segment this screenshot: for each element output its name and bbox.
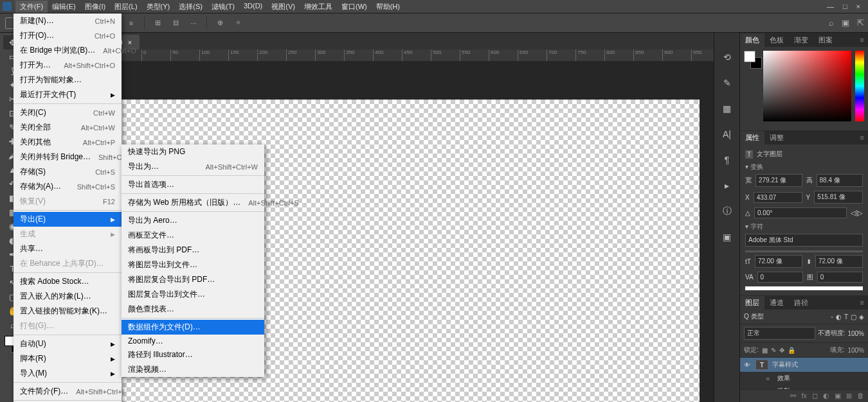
width-field[interactable]: 279.21 像 — [755, 174, 802, 187]
menu-item[interactable]: Zoomify… — [122, 335, 264, 347]
menu-item[interactable]: 打开为…Alt+Shift+Ctrl+O — [14, 58, 122, 73]
distribute-icon[interactable]: ⊞ — [152, 18, 163, 28]
info-panel-icon[interactable]: ⓘ — [721, 205, 734, 218]
menu-item[interactable]: 打开(O)…Ctrl+O — [14, 28, 122, 43]
lock-trans-icon[interactable]: ▦ — [762, 347, 768, 354]
leading-field[interactable]: 72.00 像 — [815, 255, 863, 268]
distribute-icon-2[interactable]: ⊟ — [170, 18, 181, 28]
actions-panel-icon[interactable]: ▸ — [721, 179, 734, 192]
minimize-button[interactable]: — — [827, 3, 834, 10]
menu-item[interactable]: 导出为 Aero… — [122, 213, 264, 228]
menu-item[interactable]: 关闭全部Alt+Ctrl+W — [14, 120, 122, 135]
menu-11[interactable]: 帮助(H) — [372, 1, 404, 13]
blend-mode-field[interactable]: 正常 — [744, 327, 815, 340]
swatches-panel-icon[interactable]: ▦ — [721, 102, 734, 115]
layer-row[interactable]: ○投影 — [740, 385, 868, 389]
font-weight-slider[interactable] — [745, 250, 863, 252]
3d-mode-icon[interactable]: ⊕ — [215, 18, 225, 28]
share-icon[interactable]: ⇱ — [857, 18, 864, 28]
menu-item[interactable]: 颜色查找表… — [122, 302, 264, 317]
more-icon[interactable]: ··· — [188, 18, 199, 28]
lock-pixel-icon[interactable]: ✎ — [771, 347, 776, 354]
new-group-icon[interactable]: ▣ — [835, 392, 841, 400]
lock-pos-icon[interactable]: ✥ — [779, 347, 784, 354]
menu-item[interactable]: 关闭并转到 Bridge…Shift+Ctrl+W — [14, 150, 122, 164]
lock-all-icon[interactable]: 🔒 — [788, 347, 795, 354]
menu-item[interactable]: 渲染视频… — [122, 362, 264, 377]
menu-item[interactable]: 导出为…Alt+Shift+Ctrl+W — [122, 159, 264, 174]
menu-item[interactable]: 数据组作为文件(D)… — [122, 320, 264, 335]
filter-smart-icon[interactable]: ◈ — [859, 313, 864, 320]
menu-item[interactable]: 将图层导出到文件… — [122, 258, 264, 272]
layer-row[interactable]: ○效果 — [740, 372, 868, 385]
tab-close-icon[interactable]: × — [128, 39, 132, 46]
align-right-icon[interactable]: ≡ — [126, 18, 136, 28]
transform-icon[interactable]: ✧ — [233, 18, 243, 28]
filter-adjust-icon[interactable]: ◐ — [836, 313, 842, 320]
character-panel-icon[interactable]: A| — [721, 128, 734, 141]
menu-item[interactable]: 图层复合导出到文件… — [122, 287, 264, 302]
layer-mask-icon[interactable]: ◻ — [812, 392, 818, 400]
menu-item[interactable]: 画板至文件… — [122, 228, 264, 243]
libraries-panel-icon[interactable]: ▣ — [721, 231, 734, 243]
font-family-field[interactable]: Adobe 黑体 Std — [745, 234, 863, 247]
menu-item[interactable]: 将画板导出到 PDF… — [122, 243, 264, 258]
panel-menu-icon[interactable]: ≡ — [856, 36, 868, 44]
menu-1[interactable]: 编辑(E) — [48, 1, 80, 13]
filter-type-icon[interactable]: T — [844, 313, 848, 320]
brushes-panel-icon[interactable]: ✎ — [721, 76, 734, 89]
menu-item[interactable]: 路径到 Illustrator… — [122, 347, 264, 362]
panel-menu-icon[interactable]: ≡ — [856, 134, 868, 141]
history-panel-icon[interactable]: ⟲ — [721, 51, 734, 64]
menu-item[interactable]: 脚本(R)▶ — [14, 351, 122, 366]
menu-9[interactable]: 增效工具 — [300, 1, 337, 13]
x-field[interactable]: 433.07 — [754, 192, 802, 203]
panel-menu-icon[interactable]: ≡ — [856, 299, 868, 306]
menu-item[interactable]: 文件简介(F)…Alt+Shift+Ctrl+I — [14, 384, 122, 399]
new-fill-icon[interactable]: ◐ — [823, 392, 829, 400]
color-field[interactable] — [763, 51, 851, 121]
menu-item[interactable]: 导入(M)▶ — [14, 366, 122, 381]
opacity-value[interactable]: 100% — [847, 330, 864, 337]
workspace-icon[interactable]: ▣ — [842, 18, 849, 28]
new-layer-icon[interactable]: ⊞ — [846, 392, 852, 400]
tab-channels[interactable]: 通道 — [764, 296, 789, 310]
menu-item[interactable]: 在 Bridge 中浏览(B)…Alt+Ctrl+O — [14, 43, 122, 58]
maximize-button[interactable]: □ — [843, 3, 847, 10]
tab-paths[interactable]: 路径 — [789, 296, 813, 310]
filter-shape-icon[interactable]: ▢ — [851, 313, 856, 320]
fill-value[interactable]: 100% — [847, 347, 864, 354]
tracking-field[interactable]: 0 — [757, 272, 803, 283]
flip-h-icon[interactable]: ◁|▷ — [851, 209, 863, 216]
link-layers-icon[interactable]: ⚯ — [790, 392, 796, 400]
menu-item[interactable]: 置入链接的智能对象(K)… — [14, 304, 122, 319]
menu-item[interactable]: 打开为智能对象… — [14, 73, 122, 87]
menu-item[interactable]: 置入嵌入的对象(L)… — [14, 289, 122, 304]
menu-item[interactable]: 快速导出为 PNG — [122, 144, 264, 159]
tab-color[interactable]: 颜色 — [740, 33, 764, 47]
layer-fx-icon[interactable]: fx — [801, 392, 807, 400]
menu-10[interactable]: 窗口(W) — [337, 1, 372, 13]
y-field[interactable]: 515.81 像 — [814, 191, 863, 204]
menu-item[interactable]: 导出首选项… — [122, 177, 264, 192]
menu-8[interactable]: 视图(V) — [267, 1, 300, 13]
menu-4[interactable]: 类型(Y) — [142, 1, 175, 13]
menu-item[interactable]: 存储为 Web 所用格式（旧版）…Alt+Shift+Ctrl+S — [122, 195, 264, 210]
menu-item[interactable]: 存储(S)Ctrl+S — [14, 164, 122, 179]
angle-field[interactable]: 0.00° — [754, 207, 847, 218]
close-button[interactable]: × — [856, 3, 860, 10]
menu-3[interactable]: 图层(L) — [110, 1, 141, 13]
menu-5[interactable]: 选择(S) — [174, 1, 207, 13]
menu-7[interactable]: 3D(D) — [239, 1, 267, 13]
menu-item[interactable]: 新建(N)…Ctrl+N — [14, 13, 122, 28]
menu-item[interactable]: 导出(E)▶ — [14, 212, 122, 227]
panel-color-swatch[interactable] — [744, 51, 759, 127]
menu-2[interactable]: 图像(I) — [80, 1, 110, 13]
delete-layer-icon[interactable]: 🗑 — [857, 392, 864, 400]
menu-6[interactable]: 滤镜(T) — [207, 1, 239, 13]
menu-item[interactable]: 存储为(A)…Shift+Ctrl+S — [14, 179, 122, 194]
font-size-field[interactable]: 72.00 像 — [755, 255, 802, 268]
tab-patterns[interactable]: 图案 — [813, 33, 838, 47]
filter-pixel-icon[interactable]: ▫ — [831, 313, 833, 320]
menu-item[interactable]: 关闭(C)Ctrl+W — [14, 105, 122, 120]
